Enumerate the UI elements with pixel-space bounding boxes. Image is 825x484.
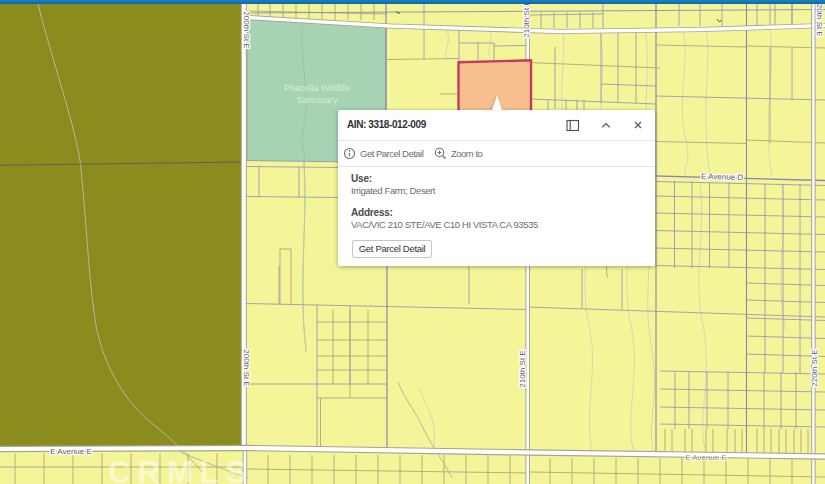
svg-text:200th St E: 200th St E <box>242 11 251 48</box>
svg-text:Phacelia Wildlife: Phacelia Wildlife <box>284 83 350 93</box>
svg-text:E Avenue E: E Avenue E <box>685 453 727 462</box>
svg-text:E Avenue E: E Avenue E <box>50 447 92 456</box>
svg-text:210th St E: 210th St E <box>522 0 531 37</box>
svg-text:CRMLS: CRMLS <box>108 455 253 484</box>
svg-text:E Avenue D: E Avenue D <box>701 172 744 182</box>
svg-text:210th St E: 210th St E <box>518 350 527 387</box>
svg-text:200th St E: 200th St E <box>242 349 251 386</box>
svg-text:220th St E: 220th St E <box>815 0 824 37</box>
svg-text:Sanctuary: Sanctuary <box>297 95 338 105</box>
svg-text:220th St E: 220th St E <box>810 349 819 386</box>
